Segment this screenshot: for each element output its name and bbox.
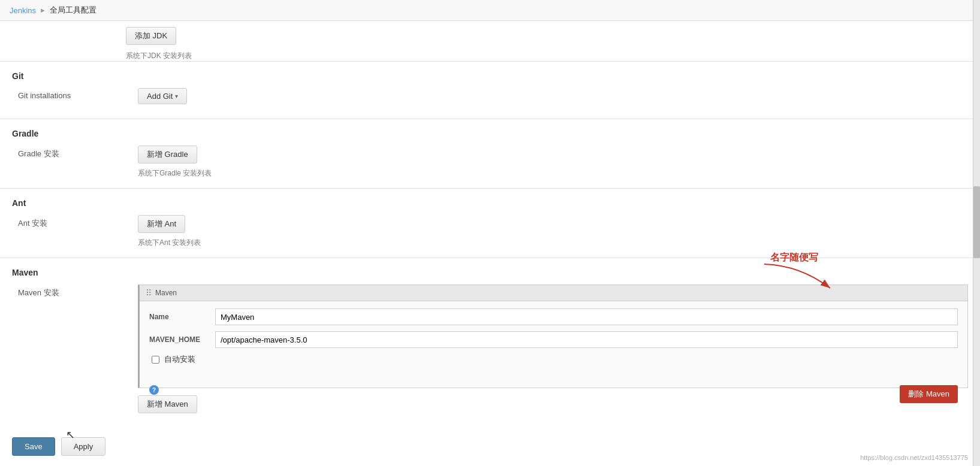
jdk-add-button[interactable]: 添加 JDK [126, 27, 176, 45]
add-git-arrow: ▾ [175, 93, 178, 99]
jdk-note: 系统下JDK 安装列表 [126, 51, 968, 61]
ant-title: Ant [12, 198, 968, 208]
maven-row-content: 名字随便写 ⠿ Maven [138, 285, 968, 413]
maven-home-input[interactable] [215, 331, 958, 348]
git-title: Git [12, 71, 968, 81]
breadcrumb: Jenkins ► 全局工具配置 [0, 0, 980, 21]
add-maven-wrapper: 新增 Maven [138, 395, 968, 413]
maven-home-row: MAVEN_HOME Maven的路径 [149, 331, 958, 348]
add-git-button[interactable]: Add Git ▾ [138, 88, 187, 104]
auto-install-checkbox[interactable] [152, 356, 159, 364]
jdk-section: 添加 JDK 系统下JDK 安装列表 [0, 21, 980, 61]
drag-handle-icon: ⠿ [146, 288, 152, 298]
gradle-install-label: Gradle 安装 [18, 146, 138, 159]
help-icon[interactable]: ? [149, 385, 159, 395]
ant-note: 系统下Ant 安装列表 [12, 238, 968, 248]
maven-name-input[interactable] [215, 308, 958, 325]
gradle-title: Gradle [12, 129, 968, 138]
apply-button[interactable]: Apply [61, 437, 106, 456]
add-maven-button[interactable]: 新增 Maven [138, 395, 197, 413]
auto-install-label: 自动安装 [164, 354, 195, 365]
maven-name-label: Name [149, 313, 215, 321]
maven-panel-title: Maven [155, 289, 177, 297]
gradle-row-content: 新增 Gradle [138, 146, 968, 164]
main-content: 添加 JDK 系统下JDK 安装列表 Git Git installations… [0, 21, 980, 466]
git-row: Git installations Add Git ▾ [12, 88, 968, 104]
watermark: https://blog.csdn.net/zxd1435513775 [860, 454, 968, 461]
action-bar: Save Apply [0, 428, 980, 465]
save-button[interactable]: Save [12, 437, 55, 456]
git-section: Git Git installations Add Git ▾ [0, 61, 980, 119]
breadcrumb-home[interactable]: Jenkins [10, 6, 36, 15]
breadcrumb-current: 全局工具配置 [50, 5, 97, 16]
auto-install-row: 自动安装 [149, 354, 958, 365]
maven-install-panel: ⠿ Maven Name MAVEN_HOME [138, 285, 968, 388]
gradle-note: 系统下Gradle 安装列表 [12, 168, 968, 178]
maven-panel-header: ⠿ Maven [140, 285, 967, 301]
maven-panel-body: Name MAVEN_HOME Maven的路径 [140, 301, 967, 378]
ant-row-content: 新增 Ant [138, 215, 968, 233]
maven-panel-footer: ? 删除 Maven [140, 378, 967, 388]
scrollbar-thumb[interactable] [973, 186, 980, 258]
add-gradle-button[interactable]: 新增 Gradle [138, 146, 197, 164]
delete-maven-button[interactable]: 删除 Maven [900, 385, 958, 403]
add-ant-button[interactable]: 新增 Ant [138, 215, 185, 233]
git-installations-label: Git installations [18, 88, 138, 100]
maven-install-label: Maven 安装 [18, 285, 138, 298]
ant-row: Ant 安装 新增 Ant [12, 215, 968, 233]
maven-section: Maven Maven 安装 名字随便写 [0, 258, 980, 428]
scrollbar-track[interactable] [973, 0, 980, 466]
maven-row: Maven 安装 名字随便写 ⠿ Ma [12, 285, 968, 413]
maven-title: Maven [12, 268, 968, 277]
gradle-row: Gradle 安装 新增 Gradle [12, 146, 968, 164]
ant-section: Ant Ant 安装 新增 Ant 系统下Ant 安装列表 [0, 188, 980, 258]
ant-install-label: Ant 安装 [18, 215, 138, 229]
maven-name-row: Name [149, 308, 958, 325]
annotation-name: 名字随便写 [770, 252, 818, 264]
git-row-content: Add Git ▾ [138, 88, 968, 104]
gradle-section: Gradle Gradle 安装 新增 Gradle 系统下Gradle 安装列… [0, 119, 980, 188]
breadcrumb-separator: ► [40, 7, 46, 14]
maven-home-label: MAVEN_HOME [149, 335, 215, 344]
